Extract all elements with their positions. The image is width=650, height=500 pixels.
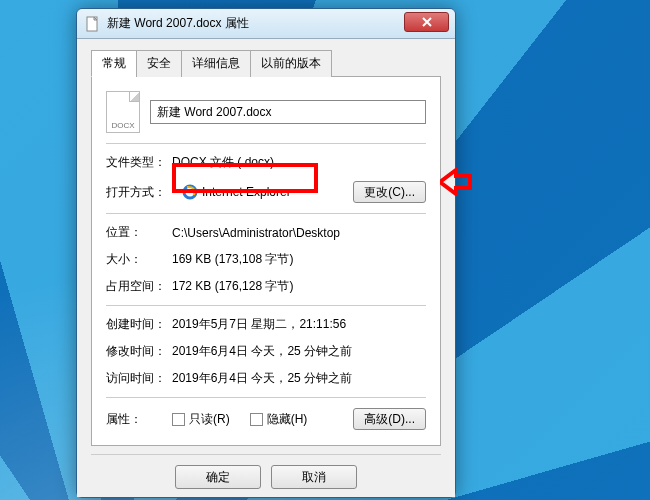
- filetype-row: 文件类型： DOCX 文件 (.docx): [106, 154, 426, 171]
- checkbox-box: [172, 413, 185, 426]
- file-row: DOCX 新建 Word 2007.docx: [106, 91, 426, 133]
- window-icon: [85, 16, 101, 32]
- window-title: 新建 Word 2007.docx 属性: [107, 15, 404, 32]
- readonly-checkbox[interactable]: 只读(R): [172, 411, 230, 428]
- cancel-button[interactable]: 取消: [271, 465, 357, 489]
- divider: [106, 305, 426, 306]
- hidden-label: 隐藏(H): [267, 411, 308, 428]
- modified-label: 修改时间：: [106, 343, 172, 360]
- location-value: C:\Users\Administrator\Desktop: [172, 226, 426, 240]
- close-icon: [421, 16, 433, 28]
- tab-details[interactable]: 详细信息: [181, 50, 251, 77]
- accessed-value: 2019年6月4日 今天，25 分钟之前: [172, 370, 426, 387]
- hidden-checkbox[interactable]: 隐藏(H): [250, 411, 308, 428]
- size-on-disk-label: 占用空间：: [106, 278, 172, 295]
- readonly-label: 只读(R): [189, 411, 230, 428]
- close-button[interactable]: [404, 12, 449, 32]
- tab-strip: 常规 安全 详细信息 以前的版本: [91, 49, 441, 77]
- accessed-row: 访问时间： 2019年6月4日 今天，25 分钟之前: [106, 370, 426, 387]
- ok-button[interactable]: 确定: [175, 465, 261, 489]
- size-row: 大小： 169 KB (173,108 字节): [106, 251, 426, 268]
- accessed-label: 访问时间：: [106, 370, 172, 387]
- properties-dialog: 新建 Word 2007.docx 属性 常规 安全 详细信息 以前的版本 DO…: [76, 8, 456, 498]
- ie-icon: [182, 184, 198, 200]
- tab-security[interactable]: 安全: [136, 50, 182, 77]
- tab-previous-versions[interactable]: 以前的版本: [250, 50, 332, 77]
- divider: [106, 143, 426, 144]
- file-icon-ext: DOCX: [111, 121, 134, 130]
- attributes-row: 属性： 只读(R) 隐藏(H) 高级(D)...: [106, 408, 426, 430]
- change-button[interactable]: 更改(C)...: [353, 181, 426, 203]
- dialog-footer: 确定 取消: [91, 454, 441, 489]
- location-row: 位置： C:\Users\Administrator\Desktop: [106, 224, 426, 241]
- checkbox-box: [250, 413, 263, 426]
- openwith-row: 打开方式： Internet Explorer 更改(C)...: [106, 181, 426, 203]
- advanced-button[interactable]: 高级(D)...: [353, 408, 426, 430]
- titlebar[interactable]: 新建 Word 2007.docx 属性: [77, 9, 455, 39]
- created-row: 创建时间： 2019年5月7日 星期二，21:11:56: [106, 316, 426, 333]
- divider: [106, 397, 426, 398]
- created-label: 创建时间：: [106, 316, 172, 333]
- filetype-label: 文件类型：: [106, 154, 172, 171]
- location-label: 位置：: [106, 224, 172, 241]
- filename-input[interactable]: 新建 Word 2007.docx: [150, 100, 426, 124]
- openwith-app: Internet Explorer: [178, 182, 295, 202]
- size-on-disk-row: 占用空间： 172 KB (176,128 字节): [106, 278, 426, 295]
- size-value: 169 KB (173,108 字节): [172, 251, 426, 268]
- modified-row: 修改时间： 2019年6月4日 今天，25 分钟之前: [106, 343, 426, 360]
- client-area: 常规 安全 详细信息 以前的版本 DOCX 新建 Word 2007.docx …: [77, 39, 455, 497]
- divider: [106, 213, 426, 214]
- filename-text: 新建 Word 2007.docx: [157, 104, 272, 121]
- attributes-label: 属性：: [106, 411, 172, 428]
- created-value: 2019年5月7日 星期二，21:11:56: [172, 316, 426, 333]
- openwith-label: 打开方式：: [106, 184, 172, 201]
- general-panel: DOCX 新建 Word 2007.docx 文件类型： DOCX 文件 (.d…: [91, 77, 441, 446]
- size-on-disk-value: 172 KB (176,128 字节): [172, 278, 426, 295]
- modified-value: 2019年6月4日 今天，25 分钟之前: [172, 343, 426, 360]
- tab-general[interactable]: 常规: [91, 50, 137, 77]
- file-icon: DOCX: [106, 91, 140, 133]
- filetype-value: DOCX 文件 (.docx): [172, 154, 426, 171]
- size-label: 大小：: [106, 251, 172, 268]
- openwith-app-name: Internet Explorer: [202, 185, 291, 199]
